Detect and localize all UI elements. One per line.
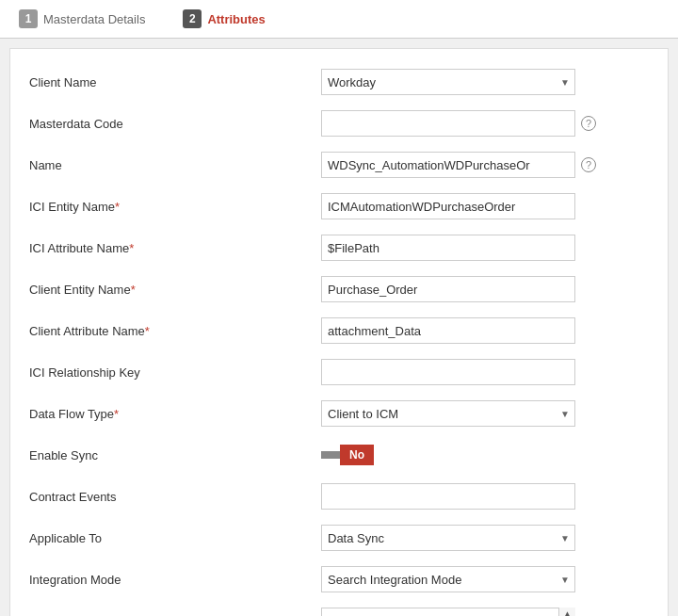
page-container: 1 Masterdata Details 2 Attributes Client… — [0, 0, 678, 616]
label-ici-relationship-key: ICI Relationship Key — [29, 365, 321, 380]
client-name-select[interactable]: Workday — [321, 69, 575, 95]
row-integration-mode: Integration Mode Search Integration Mode… — [29, 565, 649, 593]
select-wrapper-integration-mode: Search Integration Mode ▼ — [321, 566, 575, 592]
applicable-to-select[interactable]: Data Sync — [321, 525, 575, 551]
enable-sync-toggle: No — [321, 445, 374, 465]
spinner-wrapper-csv: ▲ ▼ — [321, 608, 575, 616]
row-csv-column-sequence: CSV Column Sequence ▲ ▼ — [29, 607, 649, 616]
spinner-buttons: ▲ ▼ — [558, 608, 575, 616]
masterdata-code-help-icon[interactable]: ? — [581, 116, 596, 131]
label-ici-attribute-name: ICI Attribute Name* — [29, 241, 321, 255]
label-masterdata-code: Masterdata Code — [29, 117, 321, 131]
row-name: Name ? — [29, 151, 649, 179]
tab-masterdata-details[interactable]: 1 Masterdata Details — [0, 0, 164, 38]
spinner-up-button[interactable]: ▲ — [559, 608, 575, 616]
ici-relationship-key-input[interactable] — [321, 359, 575, 385]
row-ici-attribute-name: ICI Attribute Name* — [29, 234, 649, 262]
row-client-entity-name: Client Entity Name* — [29, 275, 649, 303]
row-ici-entity-name: ICI Entity Name* — [29, 192, 649, 220]
client-attribute-name-input[interactable] — [321, 317, 575, 344]
row-data-flow-type: Data Flow Type* Client to ICM ICM to Cli… — [29, 399, 649, 428]
csv-column-sequence-input[interactable] — [321, 608, 575, 616]
select-wrapper-client-name: Workday ▼ — [321, 69, 575, 95]
ici-attribute-name-input[interactable] — [321, 235, 575, 261]
row-ici-relationship-key: ICI Relationship Key — [29, 358, 649, 386]
label-ici-entity-name: ICI Entity Name* — [29, 200, 321, 214]
integration-mode-select[interactable]: Search Integration Mode — [321, 566, 575, 592]
tab-badge-1: 1 — [19, 9, 38, 28]
main-content: Client Name Workday ▼ Masterdata Code ? … — [9, 48, 669, 616]
label-applicable-to: Applicable To — [29, 531, 321, 545]
row-enable-sync: Enable Sync No — [29, 441, 649, 469]
row-contract-events: Contract Events — [29, 482, 649, 511]
contract-events-input[interactable] — [321, 483, 575, 510]
row-applicable-to: Applicable To Data Sync ▼ — [29, 524, 649, 552]
label-enable-sync: Enable Sync — [29, 448, 321, 462]
name-input[interactable] — [321, 152, 575, 178]
select-wrapper-applicable-to: Data Sync ▼ — [321, 525, 575, 551]
label-client-attribute-name: Client Attribute Name* — [29, 324, 321, 338]
data-flow-type-select[interactable]: Client to ICM ICM to Client — [321, 400, 575, 427]
toggle-off-button[interactable] — [321, 451, 340, 459]
toggle-on-button[interactable]: No — [340, 445, 374, 465]
tab-label-attributes: Attributes — [207, 12, 265, 26]
row-masterdata-code: Masterdata Code ? — [29, 109, 649, 138]
tab-label-masterdata: Masterdata Details — [43, 12, 145, 26]
label-contract-events: Contract Events — [29, 490, 321, 504]
tab-badge-2: 2 — [183, 9, 202, 28]
label-client-entity-name: Client Entity Name* — [29, 283, 321, 297]
tab-attributes[interactable]: 2 Attributes — [164, 0, 283, 38]
name-help-icon[interactable]: ? — [581, 157, 596, 172]
label-client-name: Client Name — [29, 75, 321, 89]
client-entity-name-input[interactable] — [321, 276, 575, 302]
tabs-header: 1 Masterdata Details 2 Attributes — [0, 0, 678, 39]
ici-entity-name-input[interactable] — [321, 193, 575, 219]
label-name: Name — [29, 158, 321, 172]
select-wrapper-data-flow: Client to ICM ICM to Client ▼ — [321, 400, 575, 427]
row-client-name: Client Name Workday ▼ — [29, 68, 649, 96]
row-client-attribute-name: Client Attribute Name* — [29, 316, 649, 345]
label-data-flow-type: Data Flow Type* — [29, 407, 321, 421]
label-integration-mode: Integration Mode — [29, 573, 321, 587]
masterdata-code-input[interactable] — [321, 110, 575, 137]
